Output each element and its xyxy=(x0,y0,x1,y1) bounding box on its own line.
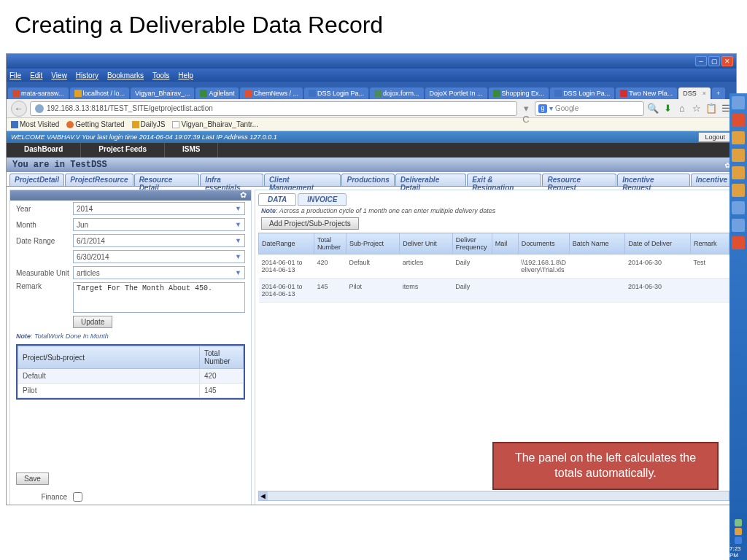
nav-dashboard[interactable]: DashBoard xyxy=(7,143,81,158)
menu-edit[interactable]: Edit xyxy=(30,71,42,79)
scroll-left-icon[interactable]: ◄ xyxy=(259,491,268,500)
year-select[interactable]: 2014▼ xyxy=(73,202,245,215)
browser-tab[interactable]: Two New Pla... xyxy=(616,88,677,99)
sidebar-icon[interactable] xyxy=(732,131,745,144)
month-select[interactable]: Jun▼ xyxy=(73,218,245,231)
unit-select[interactable]: articles▼ xyxy=(73,266,245,279)
col-remark[interactable]: Remark xyxy=(691,233,729,254)
browser-tab[interactable]: ChemNews / ... xyxy=(240,88,303,99)
subtab[interactable]: Productions xyxy=(341,174,394,186)
browser-tabs: mata-sarasw... localhost / lo... Vigyan_… xyxy=(7,82,736,99)
new-tab-button[interactable]: + xyxy=(712,88,725,99)
browser-tab[interactable]: DojoX Portlet In ... xyxy=(425,88,487,99)
subtab[interactable]: Resource Detail xyxy=(134,174,200,186)
col-batch[interactable]: Batch Name xyxy=(569,233,625,254)
browser-tab[interactable]: Vigyan_Bhairav_... xyxy=(131,88,194,99)
bookmark-item[interactable]: DailyJS xyxy=(132,120,166,128)
subtab[interactable]: ProjectResource xyxy=(65,174,133,186)
browser-tab[interactable]: Agilefant xyxy=(196,88,239,99)
browser-tab[interactable]: DSS Login Pa... xyxy=(550,88,614,99)
maximize-icon[interactable]: ▢ xyxy=(708,56,720,66)
tray-icon[interactable] xyxy=(735,537,742,544)
add-project-button[interactable]: Add Project/Sub-Projects xyxy=(261,217,359,230)
col-total[interactable]: Total Number xyxy=(314,233,347,254)
clipboard-icon[interactable]: 📋 xyxy=(705,103,717,114)
sidebar-icon[interactable] xyxy=(732,184,745,197)
subtab[interactable]: Infra essentials xyxy=(200,174,263,186)
search-field[interactable]: g▾Google xyxy=(535,101,644,116)
sidebar-icon[interactable] xyxy=(732,219,745,232)
remark-textarea[interactable] xyxy=(73,282,245,313)
table-row[interactable]: 2014-06-01 to 2014-06-13420Defaultarticl… xyxy=(259,254,729,279)
col-project: Project/Sub-project xyxy=(18,346,200,369)
subtab[interactable]: Exit & Resignation xyxy=(467,174,541,186)
menu-bookmarks[interactable]: Bookmarks xyxy=(107,71,144,79)
close-icon[interactable]: ✕ xyxy=(721,56,733,66)
sidebar-icon[interactable] xyxy=(732,114,745,127)
col-docs[interactable]: Documents xyxy=(518,233,569,254)
browser-tab[interactable]: dojox.form... xyxy=(370,88,424,99)
tray-icon[interactable] xyxy=(735,519,742,526)
menu-history[interactable]: History xyxy=(76,71,98,79)
search-icon[interactable]: 🔍 xyxy=(647,103,659,114)
tab-data[interactable]: DATA xyxy=(258,193,296,206)
logout-button[interactable]: Logout xyxy=(698,132,732,142)
browser-tab[interactable]: mata-sarasw... xyxy=(8,88,69,99)
bookmark-item[interactable]: Vigyan_Bhairav_Tantr... xyxy=(172,120,258,128)
home-icon[interactable]: ⌂ xyxy=(676,103,688,114)
col-mail[interactable]: Mail xyxy=(492,233,518,254)
star-icon[interactable]: ☆ xyxy=(691,103,703,114)
bookmarks-bar: Most Visited Getting Started DailyJS Vig… xyxy=(7,118,736,131)
browser-tab[interactable]: localhost / lo... xyxy=(70,88,130,99)
sidebar-icon[interactable] xyxy=(732,236,745,249)
menu-tools[interactable]: Tools xyxy=(152,71,169,79)
minimize-icon[interactable]: – xyxy=(695,56,707,66)
nav-isms[interactable]: ISMS xyxy=(165,143,218,158)
horizontal-scrollbar[interactable]: ◄ xyxy=(258,491,729,501)
finance-checkbox[interactable] xyxy=(73,492,82,502)
sidebar-icon[interactable] xyxy=(732,149,745,162)
col-freq[interactable]: Deliver Frequency xyxy=(452,233,492,254)
callout-box: The panel on the left calculates the tot… xyxy=(492,442,719,490)
subtab[interactable]: Incentive Request xyxy=(617,174,690,186)
subtab[interactable]: ProjectDetail xyxy=(9,174,64,186)
back-button[interactable]: ← xyxy=(11,101,27,117)
bookmark-item[interactable]: Most Visited xyxy=(11,120,59,128)
tab-invoice[interactable]: INVOICE xyxy=(298,193,347,206)
table-row[interactable]: 2014-06-01 to 2014-06-13145PilotitemsDai… xyxy=(259,279,729,303)
date-from-select[interactable]: 6/1/2014▼ xyxy=(73,234,245,247)
sidebar-icon[interactable] xyxy=(732,96,745,109)
sidebar-icon[interactable] xyxy=(732,166,745,179)
update-button[interactable]: Update xyxy=(73,316,112,328)
reload-icon[interactable]: ▾ C xyxy=(520,103,532,114)
nav-projectfeeds[interactable]: Project Feeds xyxy=(81,143,165,158)
save-button[interactable]: Save xyxy=(16,472,49,485)
date-to-select[interactable]: 6/30/2014▼ xyxy=(73,250,245,263)
browser-tab[interactable]: Shopping Ex... xyxy=(489,88,549,99)
menu-help[interactable]: Help xyxy=(178,71,193,79)
col-daterange[interactable]: DateRange xyxy=(259,233,314,254)
browser-tab[interactable]: DSS Login Pa... xyxy=(304,88,368,99)
subtab[interactable]: Client Management xyxy=(264,174,341,186)
sidebar-icon[interactable] xyxy=(732,201,745,214)
tray-icon[interactable] xyxy=(735,528,742,535)
col-date[interactable]: Date of Deliver xyxy=(625,233,691,254)
totals-table: Project/Sub-projectTotal Number Default4… xyxy=(16,344,245,400)
subtab[interactable]: Deliverable Detail xyxy=(395,174,466,186)
chevron-down-icon: ▼ xyxy=(235,205,241,212)
year-label: Year xyxy=(16,205,73,213)
menu-file[interactable]: File xyxy=(9,71,21,79)
col-subproject[interactable]: Sub-Project xyxy=(347,233,400,254)
browser-tab-active[interactable]: DSS× xyxy=(678,88,711,99)
url-field[interactable]: 192.168.3.13:8181/TEST_SITE/getprojectli… xyxy=(30,101,517,116)
bookmark-item[interactable]: Getting Started xyxy=(66,120,124,128)
invoice-date-field[interactable] xyxy=(73,505,153,505)
panel-gear-icon[interactable]: ✿ xyxy=(10,190,251,201)
deliverable-table: DateRange Total Number Sub-Project Deliv… xyxy=(258,233,729,303)
download-icon[interactable]: ⬇ xyxy=(662,103,673,114)
subtab[interactable]: Incentive xyxy=(691,174,732,186)
subtab[interactable]: Resource Request xyxy=(542,174,616,186)
menu-view[interactable]: View xyxy=(51,71,67,79)
note-text: Note: Across a production cycle of 1 mon… xyxy=(255,206,732,216)
col-unit[interactable]: Deliver Unit xyxy=(400,233,453,254)
